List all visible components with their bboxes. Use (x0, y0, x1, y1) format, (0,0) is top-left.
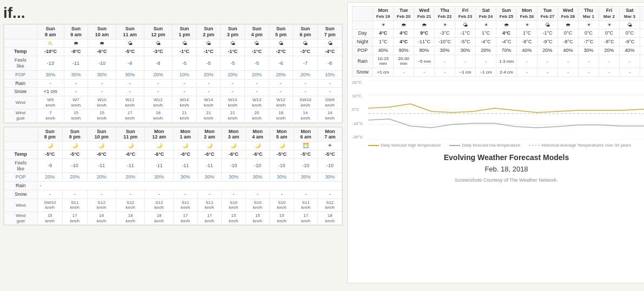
bot-col-5: Mon1 am (174, 127, 198, 142)
temp-row: Temp -10°C -8°C -6°C -5°C -3°C -1°C -1°C… (4, 48, 342, 56)
logo: if... (3, 4, 343, 22)
chart-container: 20°C 10°C 0°C -10°C -20°C (352, 80, 644, 148)
empty-header-2 (4, 127, 38, 142)
icon-4: 🌤 (144, 39, 172, 48)
y-minus10: -10°C (352, 121, 368, 126)
snow-row: Snow <1 cm - - - - - - - - - - - (4, 88, 342, 96)
col-header-7: Sun3 pm (221, 25, 245, 39)
col-header-6: Sun2 pm (196, 25, 221, 39)
chart-credit: Screenshots Courtesy of The Weather Netw… (352, 177, 644, 183)
chart-svg-container (368, 80, 644, 142)
icon-5: 🌤 (172, 39, 197, 48)
bot-col-9: Mon5 am (270, 127, 294, 142)
bot-col-8: Mon4 am (245, 127, 270, 142)
legend-historical-line (529, 145, 540, 146)
legend-low-line (449, 145, 460, 146)
wind-gust-row: Windgust 7km/h 15km/h 15km/h 17km/h 18km… (4, 109, 342, 122)
bot-col-11: Mon7 am (318, 127, 342, 142)
bot-col-7: Mon3 am (222, 127, 246, 142)
rt-day-row: Day 4°C 4°C 9°C -3°C -1°C 1°C 4°C 1°C -1… (353, 29, 645, 38)
pop-row: POP 30% 30% 30% 30% 20% 10% 20% 20% 20% … (4, 70, 342, 79)
bot-gust-row: Windgust 15km/h 17km/h 18km/h 18km/h 18k… (4, 211, 342, 224)
left-panel: if... Sun8 am Sun9 am Sun10 am Sun11 am … (0, 0, 346, 233)
bot-rain-row: Rain - (4, 182, 342, 190)
bot-temp-row: Temp -5°C -5°C -6°C -6°C -6°C -6°C -6°C … (4, 150, 342, 158)
rain-row: Rain - - - - - - - - - - - - (4, 79, 342, 88)
empty-header (4, 25, 37, 39)
icon-8: 🌤 (245, 39, 269, 48)
icon-1: 🌧 (64, 39, 88, 48)
col-header-1: Sun9 am (64, 25, 88, 39)
rt-night-row: Night 1°C 4°C -11°C -10°C -5°C -4°C -4°C… (353, 38, 645, 47)
col-header-10: Sun6 pm (293, 25, 318, 39)
col-header-9: Sun5 pm (269, 25, 293, 39)
bot-col-1: Sun9 pm (63, 127, 87, 142)
bot-col-6: Mon2 am (197, 127, 222, 142)
chart-svg (368, 80, 644, 140)
icon-11: 🌤 (318, 39, 342, 48)
col-header-2: Sun10 am (88, 25, 116, 39)
icon-6: 🌤 (196, 39, 221, 48)
icon-2: 🌧 (88, 39, 116, 48)
wind-row: Wind W5km/h W7km/h W10km/h W11km/h W12km… (4, 96, 342, 109)
icon-9: 🌤 (269, 39, 293, 48)
icon-0: ⛅ (37, 39, 64, 48)
daytime-table: Sun8 am Sun9 am Sun10 am Sun11 am Sun12 … (3, 24, 343, 123)
rt-icon-row: ☀🌧 🌧☀ 🌤☀ 🌧☀ 🌤🌧 ☀☀ 🌤☁ (353, 21, 645, 29)
icon-7: 🌤 (221, 39, 245, 48)
rt-pop-row: POP 40% 90% 80% 30% 30% 20% 70% 40% 20% … (353, 46, 645, 55)
bot-pop-row: POP 20% 20% 20% 20% 30% 30% 30% 30% 30% … (4, 173, 342, 182)
col-header-5: Sun1 pm (172, 25, 197, 39)
right-panel: MonFeb 19 TueFeb 20 WedFeb 21 ThuFeb 22 … (347, 2, 644, 283)
bot-col-2: Sun10 pm (87, 127, 116, 142)
icon-row: ⛅ 🌧 🌧 🌤 🌤 🌤 🌤 🌤 🌤 🌤 🌤 🌤 (4, 39, 342, 48)
col-header-0: Sun8 am (37, 25, 64, 39)
rt-snow-row: Snow <1 cm - - - ~1 cm ~1 cm 2-4 cm - - … (353, 68, 645, 76)
rt-rain-row: Rain 10-15 mm 20-30 mm ~5 mm - - - 1-3 m… (353, 55, 645, 68)
nighttime-table: Sun8 pm Sun9 pm Sun10 pm Sun11 pm Mon12 … (3, 127, 343, 226)
forecast-table: MonFeb 19 TueFeb 20 WedFeb 21 ThuFeb 22 … (352, 6, 644, 77)
bot-wind-row: Wind SW10km/h S11km/h S12km/h S12km/h S1… (4, 199, 342, 211)
bot-col-4: Mon12 am (145, 127, 174, 142)
y-axis: 20°C 10°C 0°C -10°C -20°C (352, 80, 368, 140)
chart-title: Evolving Weather Forecast Models (352, 153, 644, 162)
col-header-3: Sun11 am (116, 25, 144, 39)
bot-col-0: Sun8 pm (37, 127, 63, 142)
feels-row: Feelslike -13 -11 -10 -9 -8 -5 -5 -5 -5 … (4, 56, 342, 71)
y-20: 20°C (352, 80, 368, 85)
bot-snow-row: Snow - - - - - - - - - - - - (4, 190, 342, 199)
bot-feels-row: Feelslike -9 -10 -11 -11 -11 -11 -11 -10… (4, 158, 342, 173)
chart-legend: Daily forecast high temperature Daily fo… (352, 143, 644, 148)
bot-col-3: Sun11 pm (116, 127, 144, 142)
bot-icon-row: 🌙🌙 🌙🌙 🌙🌙 🌙🌙 🌙🌙 🌅☀ (4, 142, 342, 150)
icon-3: 🌤 (116, 39, 144, 48)
col-header-8: Sun4 pm (245, 25, 269, 39)
y-0: 0°C (352, 107, 368, 112)
col-header-11: Sun7 pm (318, 25, 342, 39)
chart-date: Feb. 18, 2018 (352, 165, 644, 173)
bot-col-10: Mon6 am (294, 127, 318, 142)
col-header-4: Sun12 pm (144, 25, 172, 39)
icon-10: 🌤 (293, 39, 318, 48)
y-minus20: -20°C (352, 135, 368, 140)
legend-high-line (368, 145, 379, 146)
y-10: 10°C (352, 94, 368, 98)
